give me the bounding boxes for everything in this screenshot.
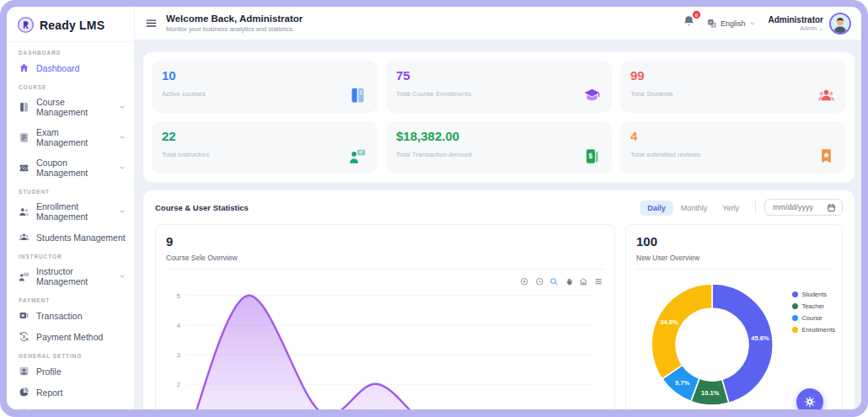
sidebar-section-label: DASHBOARD [19,50,134,56]
sidebar-section-label: STUDENT [19,189,134,195]
selection-zoom-icon[interactable] [549,277,559,286]
calendar-icon[interactable] [827,203,836,212]
logo[interactable]: Ready LMS [7,7,134,42]
language-selector[interactable]: English [707,19,757,29]
chevron-down-icon [119,208,126,215]
sidebar-item-enrollment-management[interactable]: Enrollment Management [7,196,134,227]
chevron-down-icon [749,20,756,27]
coupon-icon [19,163,29,174]
stat-label: Total Transaction Amount [396,151,602,158]
legend-item-teacher[interactable]: Teacher [792,302,835,310]
zoom-out-icon[interactable] [535,277,544,286]
course-sale-chart-card: 9 Course Sele Overview 54321 [155,224,615,409]
date-input[interactable] [771,202,822,212]
new-user-chart-card: 100 New User Overview 45.6%10.1%9.7%34.6… [625,224,843,409]
sidebar-item-dashboard[interactable]: Dashboard [7,57,134,78]
sidebar-item-profile[interactable]: Profile [7,361,134,382]
profile-icon [19,366,29,377]
legend-label: Teacher [801,302,824,310]
pan-icon[interactable] [565,277,574,286]
sidebar-item-instructor-management[interactable]: Instructor Management [7,261,134,291]
chart-toolbar [520,277,603,286]
legend-item-course[interactable]: Course [792,314,835,322]
svg-text:9.7%: 9.7% [675,379,689,387]
reviews-badge-icon [817,147,835,165]
tab-yerly[interactable]: Yerly [715,200,747,216]
sidebar-item-report[interactable]: Report [7,382,134,403]
stat-value: 75 [396,68,602,83]
svg-text:$: $ [589,152,593,160]
stat-card-total-transaction-amount: $18,382.00Total Transaction Amount$ [386,121,612,174]
translate-icon [707,19,717,29]
new-user-total: 100 [636,234,832,249]
tab-monthly[interactable]: Monthly [673,200,715,216]
course-book-icon [349,87,367,104]
user-role: Admin ⌄ [768,25,823,32]
sidebar-section-label: COURSE [19,84,134,90]
course-sale-title: Course Sele Overview [166,254,604,262]
notifications-button[interactable]: 0 [683,15,695,31]
svg-text:45.6%: 45.6% [751,334,769,342]
sidebar-item-label: Transaction [36,311,82,321]
hamburger-menu-icon[interactable] [145,17,158,29]
legend-item-enrollments[interactable]: Enrollments [792,326,835,334]
sidebar-item-label: Coupon Management [36,158,112,178]
course-sale-total: 9 [166,234,604,249]
page-title: Welcome Back, Administrator [166,13,303,24]
menu-lines-icon[interactable] [594,277,603,286]
page-subtitle: Monitor your business analytics and stat… [166,25,303,33]
legend-dot [792,291,798,297]
sidebar-item-transaction[interactable]: Transaction [7,305,134,326]
svg-text:2: 2 [177,381,180,388]
new-user-title: New User Overview [636,254,832,262]
legend-dot [792,303,798,309]
statistics-panel: Course & User Statistics DailyMonthlyYer… [143,190,855,409]
transaction-icon [19,310,29,321]
stat-label: Total Course Enrollments [396,90,602,98]
enrollments-graduate-icon [583,87,601,104]
zoom-in-icon[interactable] [520,277,529,286]
stat-card-total-students: 99Total Students [620,61,846,113]
stat-label: Total Instructors [162,151,367,158]
stat-card-total-course-enrollments: 75Total Course Enrollments [386,61,612,113]
sidebar-item-label: Instructor Management [36,266,112,286]
svg-text:5: 5 [177,292,180,300]
legend-dot [792,327,798,333]
enrollment-icon [19,206,29,217]
date-picker [764,199,843,216]
instructor-board-icon [349,147,367,165]
home-icon[interactable] [579,277,588,286]
stats-panel: 10Active courses75Total Course Enrollmen… [143,52,855,182]
sidebar-item-label: Course Management [36,97,112,117]
statistics-controls: DailyMonthlyYerly [640,199,843,216]
statistics-title: Course & User Statistics [155,203,249,212]
sidebar-item-label: Enrollment Management [36,201,112,222]
charts-row: 9 Course Sele Overview 54321 100 New Use… [155,224,843,409]
sidebar: Ready LMS DASHBOARDDashboardCOURSECourse… [7,7,135,409]
logo-text: Ready LMS [40,19,104,32]
settings-fab[interactable] [796,388,823,409]
donut-slice-enrollments [651,284,712,379]
sidebar-item-course-management[interactable]: Course Management [7,92,134,122]
legend-item-students[interactable]: Students [792,291,835,298]
app-window: Ready LMS DASHBOARDDashboardCOURSECourse… [7,7,861,409]
sidebar-item-exam-management[interactable]: Exam Management [7,122,134,152]
svg-text:3: 3 [177,351,180,359]
sidebar-item-students-management[interactable]: Students Management [7,227,134,248]
sidebar-item-payment-method[interactable]: Payment Method [7,326,134,347]
legend-label: Course [801,314,822,322]
donut-chart: 45.6%10.1%9.7%34.6% [633,272,793,409]
tab-daily[interactable]: Daily [640,200,673,216]
legend-label: Enrollments [801,326,835,334]
stat-value: 10 [162,68,367,83]
stat-label: Total submitted reviews [630,151,836,158]
exam-icon [19,132,29,143]
user-menu[interactable]: Administrator Admin ⌄ [768,13,851,35]
period-tabs: DailyMonthlyYerly [640,199,747,216]
language-label: English [721,19,746,28]
transaction-money-icon: $ [583,147,601,165]
stat-card-active-courses: 10Active courses [152,61,378,113]
statistics-header: Course & User Statistics DailyMonthlyYer… [155,199,843,216]
sidebar-item-settings[interactable]: Settings [7,403,134,409]
sidebar-item-coupon-management[interactable]: Coupon Management [7,152,134,183]
